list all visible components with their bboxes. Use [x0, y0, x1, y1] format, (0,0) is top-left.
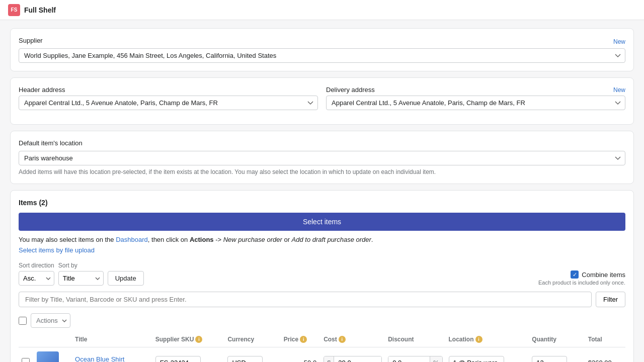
row-total-cell: $360.00	[585, 347, 625, 363]
default-location-label: Default item's location	[19, 139, 625, 147]
product-title-link[interactable]: Ocean Blue Shirt	[75, 355, 124, 363]
supplier-sku-info-icon: i	[195, 336, 202, 343]
sort-direction-label: Sort direction	[19, 262, 54, 269]
col-total: Total	[585, 332, 625, 347]
row-price-cell: 50.0	[281, 347, 320, 363]
delivery-address-group: Delivery address New Apparel Central Ltd…	[326, 86, 625, 110]
dashboard-info-text: You may also select items on the Dashboa…	[19, 236, 625, 243]
supplier-select[interactable]: World Supplies, Jane Example, 456 Main S…	[19, 48, 625, 63]
actions-row: Actions	[19, 313, 625, 328]
cost-input[interactable]	[334, 356, 381, 363]
location-info-icon: i	[475, 336, 482, 343]
sort-by-label: Sort by	[58, 262, 104, 269]
default-location-info: Added items will have this location pre-…	[19, 168, 625, 175]
dashboard-link[interactable]: Dashboard	[116, 236, 148, 243]
app-name: Full Shelf	[24, 6, 56, 14]
sort-by-group: Sort by Title	[58, 262, 104, 286]
row-title-cell: Ocean Blue Shirt More fields	[72, 347, 152, 363]
price-info-icon: i	[300, 336, 307, 343]
col-quantity: Quantity	[529, 332, 585, 347]
quantity-input[interactable]	[532, 356, 567, 363]
col-checkbox	[19, 332, 34, 347]
items-table: Title Supplier SKU i Currency Price i Co…	[19, 332, 625, 362]
update-button[interactable]: Update	[108, 271, 144, 286]
col-currency: Currency	[224, 332, 280, 347]
supplier-section: Supplier New World Supplies, Jane Exampl…	[10, 28, 634, 71]
supplier-row: Supplier New	[19, 37, 625, 46]
sort-direction-group: Sort direction Asc.	[19, 262, 54, 286]
col-title: Title	[72, 332, 152, 347]
items-section: Items (2) Select items You may also sele…	[10, 190, 634, 362]
delivery-address-select[interactable]: Apparel Central Ltd., 5 Avenue Anatole, …	[326, 96, 625, 110]
app-logo: FS	[8, 4, 20, 16]
default-location-section: Default item's location Paris warehouse …	[10, 131, 634, 184]
row-location-cell	[446, 347, 529, 363]
filter-input[interactable]	[19, 292, 592, 307]
filter-button[interactable]: Filter	[596, 292, 625, 307]
discount-suffix: %	[430, 356, 442, 363]
select-all-checkbox[interactable]	[19, 317, 27, 325]
col-supplier-sku: Supplier SKU i	[152, 332, 225, 347]
combine-sublabel: Each product is included only once.	[538, 280, 625, 286]
delivery-address-new-link[interactable]: New	[613, 86, 625, 94]
row-supplier-sku-cell	[152, 347, 225, 363]
col-discount: Discount	[385, 332, 445, 347]
file-upload-link[interactable]: Select items by file upload	[19, 246, 95, 254]
delivery-address-label: Delivery address New	[326, 86, 625, 94]
discount-wrapper: %	[388, 356, 442, 363]
address-section: Header address Apparel Central Ltd., 5 A…	[10, 77, 634, 125]
col-cost: Cost i	[320, 332, 385, 347]
address-row: Header address Apparel Central Ltd., 5 A…	[19, 86, 625, 110]
supplier-new-link[interactable]: New	[613, 38, 625, 45]
sort-by-select[interactable]: Title	[58, 271, 104, 286]
combine-items-group: Combine items Each product is included o…	[538, 270, 625, 286]
row-image-cell	[34, 347, 72, 363]
default-location-select[interactable]: Paris warehouse	[19, 151, 625, 165]
header-address-select[interactable]: Apparel Central Ltd., 5 Avenue Anatole, …	[19, 96, 318, 110]
app-bar: FS Full Shelf	[0, 0, 644, 20]
row-cost-cell: $	[320, 347, 385, 363]
cost-info-icon: i	[339, 336, 346, 343]
discount-input[interactable]	[388, 356, 430, 363]
supplier-sku-input[interactable]	[155, 356, 201, 363]
sort-row: Sort direction Asc. Sort by Title Update…	[19, 262, 625, 286]
product-image	[37, 351, 59, 362]
select-items-button[interactable]: Select items	[19, 213, 625, 231]
row-checkbox-cell	[19, 347, 34, 363]
currency-input[interactable]	[227, 356, 263, 363]
sort-direction-select[interactable]: Asc.	[19, 271, 54, 286]
main-content: Supplier New World Supplies, Jane Exampl…	[0, 20, 644, 362]
row-quantity-cell	[529, 347, 585, 363]
items-header: Items (2)	[19, 199, 625, 207]
supplier-label: Supplier	[19, 37, 43, 44]
items-table-container: Title Supplier SKU i Currency Price i Co…	[19, 332, 625, 362]
cost-input-wrapper: $	[324, 356, 382, 363]
filter-row: Filter	[19, 292, 625, 307]
row-discount-cell: %	[385, 347, 445, 363]
col-location: Location i	[446, 332, 529, 347]
header-address-label: Header address	[19, 86, 318, 94]
row-currency-cell	[224, 347, 280, 363]
col-image	[34, 332, 72, 347]
col-price: Price i	[281, 332, 320, 347]
location-input[interactable]	[449, 356, 504, 363]
header-address-group: Header address Apparel Central Ltd., 5 A…	[19, 86, 318, 110]
combine-items-checkbox[interactable]	[571, 270, 579, 279]
cost-prefix: $	[324, 356, 334, 363]
table-row: Ocean Blue Shirt More fields 50.0 $ %	[19, 347, 625, 363]
row-checkbox[interactable]	[22, 358, 30, 363]
actions-dropdown[interactable]: Actions	[31, 313, 70, 328]
combine-items-label: Combine items	[571, 270, 625, 279]
